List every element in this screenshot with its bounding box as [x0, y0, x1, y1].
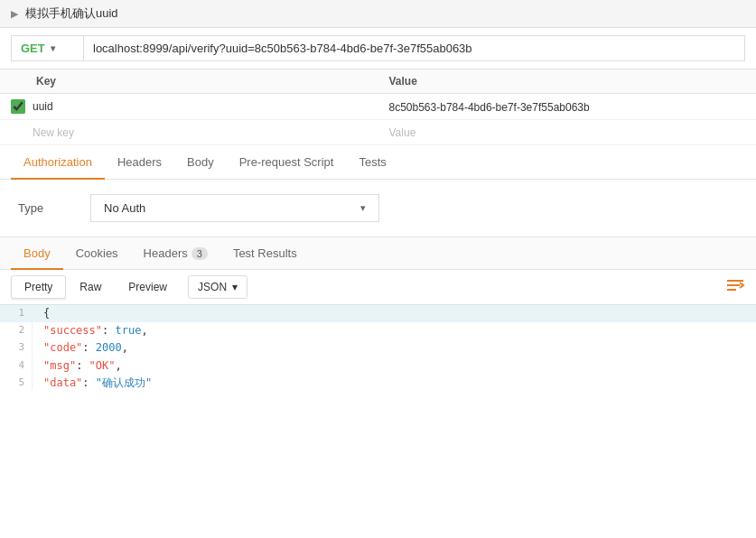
params-table: Key Value uuid 8c50b563-b784-4bd6-be7f-3…	[0, 70, 756, 145]
param-checkbox[interactable]	[11, 99, 25, 114]
method-label: GET	[21, 42, 45, 55]
tab-body[interactable]: Body	[174, 146, 227, 180]
param-value: 8c50b563-b784-4bd6-be7f-3e7f55ab063b	[389, 101, 590, 114]
response-tabs: Body Cookies Headers3 Test Results	[0, 237, 756, 270]
line-content: "msg": "OK",	[33, 357, 133, 375]
method-select[interactable]: GET ▾	[11, 35, 83, 61]
response-tab-body[interactable]: Body	[11, 238, 63, 270]
wrap-icon[interactable]	[725, 279, 745, 297]
new-param-row: New key Value	[0, 120, 756, 145]
line-content: "code": 2000,	[33, 339, 139, 357]
tab-authorization[interactable]: Authorization	[11, 146, 105, 180]
auth-select-chevron-icon: ▾	[360, 202, 366, 214]
format-type-label: JSON	[198, 281, 227, 293]
code-line-5: 5 "data": "确认成功"	[0, 375, 756, 392]
format-toolbar: Pretty Raw Preview JSON ▾	[0, 270, 756, 305]
code-line-2: 2 "success": true,	[0, 322, 756, 339]
response-tab-headers[interactable]: Headers3	[131, 238, 220, 270]
auth-type-value: No Auth	[104, 201, 145, 215]
params-key-header: Key	[0, 70, 378, 94]
format-type-chevron-icon: ▾	[232, 281, 238, 293]
line-number: 3	[0, 339, 33, 356]
auth-type-select[interactable]: No Auth ▾	[90, 194, 379, 222]
headers-badge: 3	[191, 247, 208, 260]
method-chevron-icon: ▾	[51, 43, 55, 53]
new-value-placeholder[interactable]: Value	[389, 126, 416, 139]
table-row: uuid 8c50b563-b784-4bd6-be7f-3e7f55ab063…	[0, 94, 756, 120]
top-bar: ▶ 模拟手机确认uuid	[0, 0, 756, 28]
format-type-select[interactable]: JSON ▾	[188, 275, 247, 299]
line-number: 4	[0, 357, 33, 374]
line-content: "success": true,	[33, 322, 159, 339]
code-line-3: 3 "code": 2000,	[0, 339, 756, 357]
line-number: 1	[0, 305, 33, 321]
params-value-header: Value	[378, 70, 757, 94]
new-key-placeholder[interactable]: New key	[33, 126, 74, 139]
url-input[interactable]	[83, 35, 745, 61]
auth-type-label: Type	[18, 201, 72, 215]
line-number: 5	[0, 375, 33, 391]
tab-tests[interactable]: Tests	[346, 146, 398, 180]
auth-section: Type No Auth ▾	[0, 180, 756, 237]
line-number: 2	[0, 322, 33, 339]
format-pretty-btn[interactable]: Pretty	[11, 275, 66, 299]
request-title: 模拟手机确认uuid	[25, 5, 118, 22]
code-line-1: 1 {	[0, 305, 756, 322]
url-bar: GET ▾	[0, 28, 756, 70]
code-area: 1 { 2 "success": true, 3 "code": 2000, 4…	[0, 305, 756, 392]
response-tab-test-results[interactable]: Test Results	[220, 238, 310, 270]
format-preview-btn[interactable]: Preview	[115, 275, 181, 299]
request-tabs: Authorization Headers Body Pre-request S…	[0, 145, 756, 180]
response-tab-cookies[interactable]: Cookies	[63, 238, 131, 270]
expand-chevron-icon[interactable]: ▶	[11, 8, 18, 20]
line-content: "data": "确认成功"	[33, 375, 163, 392]
line-content: {	[33, 305, 61, 322]
tab-headers[interactable]: Headers	[105, 146, 174, 180]
code-line-4: 4 "msg": "OK",	[0, 357, 756, 375]
param-key: uuid	[33, 100, 53, 113]
tab-pre-request-script[interactable]: Pre-request Script	[227, 146, 347, 180]
format-raw-btn[interactable]: Raw	[66, 275, 115, 299]
